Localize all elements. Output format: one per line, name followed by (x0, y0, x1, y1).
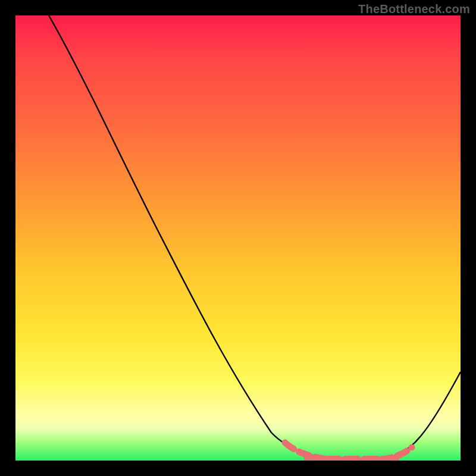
gradient-plot-area (15, 15, 461, 461)
bottleneck-curve (15, 15, 461, 461)
chart-frame: TheBottleneck.com (0, 0, 476, 476)
watermark-text: TheBottleneck.com (358, 2, 470, 16)
curve-path (49, 15, 461, 461)
